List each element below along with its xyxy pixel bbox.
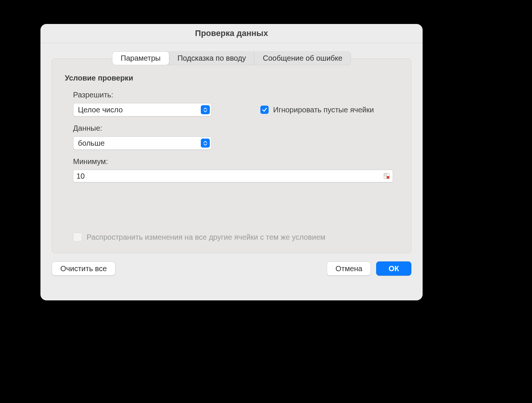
validation-condition-heading: Условие проверки: [65, 74, 398, 82]
propagate-changes-checkbox: [73, 233, 82, 242]
tab-parameters[interactable]: Параметры: [112, 52, 169, 65]
svg-rect-2: [384, 173, 387, 176]
allow-select[interactable]: Целое число: [73, 103, 212, 116]
minimum-input[interactable]: 10: [73, 170, 393, 182]
ignore-blank-label: Игнорировать пустые ячейки: [273, 106, 374, 114]
data-label: Данные:: [73, 124, 398, 133]
ignore-blank-checkbox[interactable]: [260, 106, 269, 114]
dialog-button-row: Очистить все Отмена ОК: [52, 261, 411, 276]
data-select-value: больше: [73, 139, 105, 148]
allow-label: Разрешить:: [73, 91, 398, 99]
minimum-label: Минимум:: [73, 157, 398, 166]
data-select[interactable]: больше: [73, 136, 212, 150]
tab-bar: Параметры Подсказка по вводу Сообщение о…: [112, 51, 351, 65]
dialog-title: Проверка данных: [40, 24, 423, 43]
cell-reference-icon[interactable]: [383, 172, 390, 180]
minimum-input-value: 10: [73, 172, 85, 181]
propagate-changes-label: Распространить изменения на все другие я…: [87, 233, 326, 242]
data-validation-dialog: Проверка данных Параметры Подсказка по в…: [40, 24, 423, 300]
tab-input-hint[interactable]: Подсказка по вводу: [169, 52, 255, 65]
svg-rect-1: [387, 176, 389, 179]
chevron-up-down-icon: [201, 139, 210, 148]
chevron-up-down-icon: [201, 105, 210, 114]
parameters-panel: Условие проверки Разрешить: Целое число …: [52, 58, 411, 253]
tab-error-message[interactable]: Сообщение об ошибке: [254, 52, 350, 65]
clear-all-button[interactable]: Очистить все: [52, 261, 115, 276]
cancel-button[interactable]: Отмена: [327, 261, 371, 276]
ok-button[interactable]: ОК: [376, 261, 411, 276]
allow-select-value: Целое число: [73, 106, 123, 114]
